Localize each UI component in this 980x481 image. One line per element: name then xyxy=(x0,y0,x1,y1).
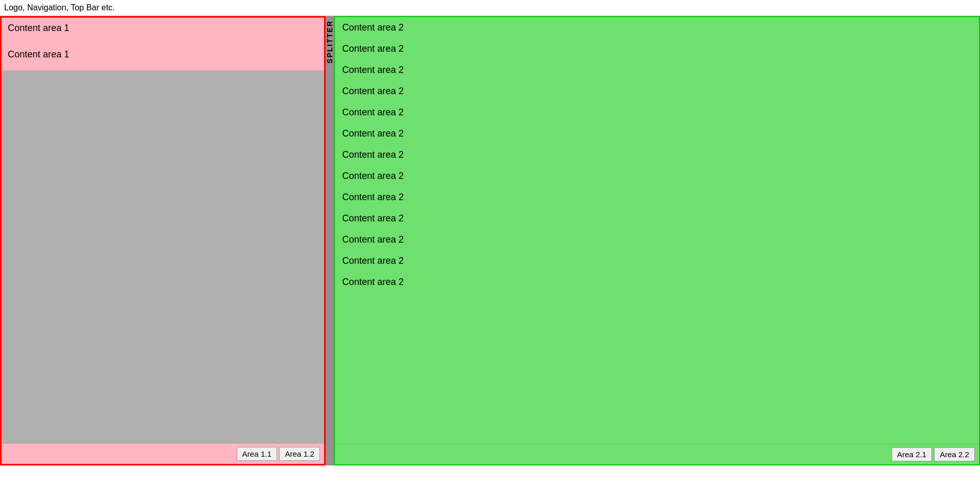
right-content-line-5: Content area 2 xyxy=(335,123,979,144)
right-content-line-1: Content area 2 xyxy=(335,38,979,59)
left-panel: Content area 1 Content area 1 Area 1.1 A… xyxy=(0,16,326,465)
right-content-line-9: Content area 2 xyxy=(335,208,979,229)
left-top-area: Content area 1 Content area 1 xyxy=(2,18,324,70)
area-2-1-button[interactable]: Area 2.1 xyxy=(892,447,932,461)
right-content-line-4: Content area 2 xyxy=(335,102,979,123)
left-content-line-2: Content area 1 xyxy=(8,49,318,60)
area-2-2-button[interactable]: Area 2.2 xyxy=(934,447,975,461)
splitter-label: SPLITTER xyxy=(326,20,334,64)
top-bar-label: Logo, Navigation, Top Bar etc. xyxy=(4,3,115,12)
right-footer: Area 2.1 Area 2.2 xyxy=(335,444,979,464)
main-layout: Content area 1 Content area 1 Area 1.1 A… xyxy=(0,16,980,465)
right-panel: Content area 2 Content area 2 Content ar… xyxy=(334,16,980,465)
right-content-line-3: Content area 2 xyxy=(335,81,979,102)
right-content-line-7: Content area 2 xyxy=(335,166,979,187)
area-1-2-button[interactable]: Area 1.2 xyxy=(279,447,320,461)
right-content-line-0: Content area 2 xyxy=(335,17,979,38)
right-content-line-2: Content area 2 xyxy=(335,59,979,81)
right-scroll-area[interactable]: Content area 2 Content area 2 Content ar… xyxy=(335,17,979,444)
right-content-line-11: Content area 2 xyxy=(335,250,979,272)
area-1-1-button[interactable]: Area 1.1 xyxy=(237,447,278,461)
right-content-line-8: Content area 2 xyxy=(335,187,979,208)
left-content-line-1: Content area 1 xyxy=(8,23,318,34)
left-gray-area xyxy=(2,70,324,444)
right-content-line-6: Content area 2 xyxy=(335,144,979,166)
right-content-line-12: Content area 2 xyxy=(335,272,979,293)
splitter[interactable]: SPLITTER xyxy=(326,16,334,465)
right-content-line-10: Content area 2 xyxy=(335,229,979,250)
top-bar: Logo, Navigation, Top Bar etc. xyxy=(0,0,980,16)
left-footer: Area 1.1 Area 1.2 xyxy=(2,444,324,464)
